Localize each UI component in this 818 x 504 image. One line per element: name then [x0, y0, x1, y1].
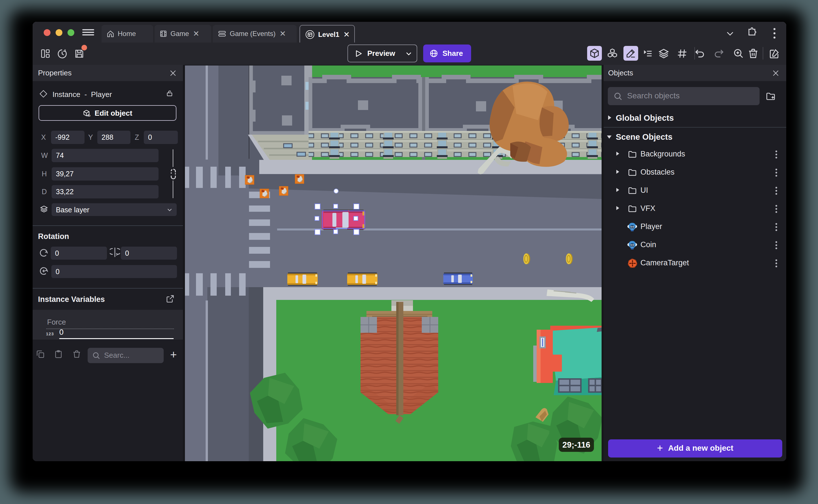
svg-text:29;-116: 29;-116 — [563, 440, 590, 449]
svg-text:3D: 3D — [87, 114, 90, 117]
